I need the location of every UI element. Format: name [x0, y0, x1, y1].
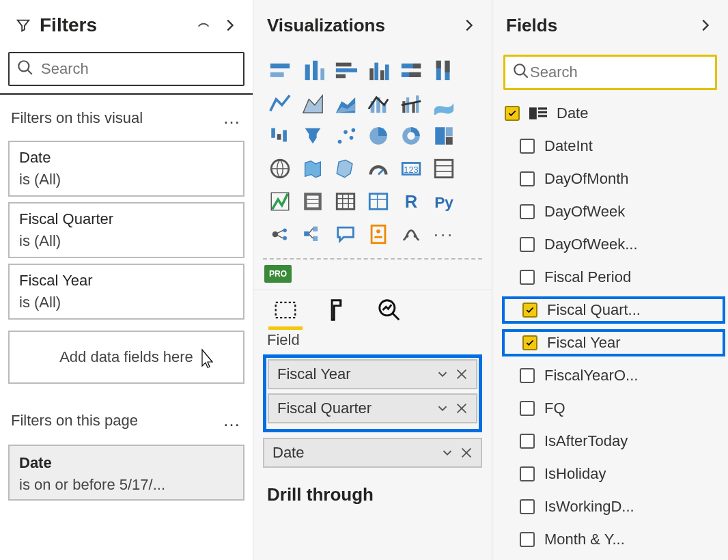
viz-type-line-stacked-column[interactable]	[364, 89, 393, 117]
filters-search[interactable]	[8, 52, 244, 86]
viz-type-arcgis[interactable]	[397, 220, 425, 249]
viz-type-waterfall[interactable]	[266, 122, 294, 150]
field-row[interactable]: IsWorkingD...	[502, 493, 725, 520]
viz-type-qna[interactable]	[331, 220, 360, 249]
checkbox-icon[interactable]	[520, 171, 535, 186]
checkbox-checked-icon[interactable]	[505, 106, 520, 121]
viz-type-map[interactable]	[266, 154, 294, 183]
svg-point-73	[376, 229, 380, 234]
drill-through-header: Drill through	[253, 472, 492, 508]
section-menu-icon[interactable]: …	[223, 410, 242, 431]
collapse-icon[interactable]	[459, 16, 478, 35]
close-icon[interactable]	[459, 445, 474, 460]
checkbox-icon[interactable]	[520, 270, 535, 285]
viz-type-line-clustered-column[interactable]	[397, 89, 425, 117]
add-filter-well[interactable]: Add data fields here	[8, 331, 244, 384]
checkbox-icon[interactable]	[520, 401, 535, 416]
viz-type-donut[interactable]	[397, 122, 425, 150]
checkbox-icon[interactable]	[520, 434, 535, 449]
filter-state: is (All)	[19, 232, 234, 250]
viz-type-stacked-area[interactable]	[331, 89, 360, 117]
viz-type-more[interactable]: ···	[430, 220, 458, 249]
field-row[interactable]: Fiscal Period	[502, 264, 725, 291]
checkbox-checked-icon[interactable]	[522, 335, 537, 350]
chevron-down-icon[interactable]	[440, 445, 455, 460]
viz-type-r-visual[interactable]: R	[397, 187, 425, 216]
field-well[interactable]: Fiscal Year	[268, 359, 477, 389]
viz-type-stacked-column[interactable]	[298, 56, 327, 85]
add-filter-label: Add data fields here	[59, 348, 193, 365]
viz-type-clustered-column[interactable]	[364, 56, 393, 85]
viz-type-decomposition[interactable]	[298, 220, 327, 249]
field-row[interactable]: DayOfMonth	[502, 165, 725, 193]
analytics-tab-icon[interactable]	[376, 297, 402, 323]
viz-type-pie[interactable]	[364, 122, 393, 150]
checkbox-icon[interactable]	[520, 204, 535, 219]
svg-rect-5	[320, 68, 324, 80]
pro-visuals-row[interactable]: PRO	[253, 260, 492, 290]
chevron-down-icon[interactable]	[435, 401, 450, 416]
viz-type-scatter[interactable]	[331, 122, 360, 150]
checkbox-icon[interactable]	[520, 499, 535, 514]
fields-search[interactable]	[503, 55, 717, 90]
viz-type-matrix[interactable]	[364, 187, 393, 216]
field-row[interactable]: DayOfWeek	[502, 198, 725, 225]
close-icon[interactable]	[454, 367, 469, 382]
viz-type-card[interactable]: 123	[397, 154, 425, 183]
viz-type-clustered-bar[interactable]	[331, 56, 360, 85]
checkbox-icon[interactable]	[520, 532, 535, 547]
viz-type-ribbon[interactable]	[430, 89, 458, 117]
field-row[interactable]: Fiscal Quart...	[502, 296, 725, 324]
viz-type-stacked-bar[interactable]	[266, 56, 294, 85]
chevron-down-icon[interactable]	[435, 367, 450, 382]
field-row[interactable]: Fiscal Year	[502, 329, 725, 356]
filter-card[interactable]: Date is (All)	[8, 141, 244, 197]
checkbox-icon[interactable]	[520, 139, 535, 154]
field-row[interactable]: IsHoliday	[502, 460, 725, 488]
format-tab-icon[interactable]	[324, 297, 350, 323]
preview-icon[interactable]	[194, 16, 213, 35]
field-row[interactable]: DayOfWeek...	[502, 231, 725, 258]
well-name: Fiscal Quarter	[277, 400, 372, 417]
viz-type-py-visual[interactable]: Py	[430, 187, 458, 216]
filter-card[interactable]: Fiscal Year is (All)	[8, 264, 244, 320]
field-row[interactable]: FQ	[502, 395, 725, 422]
field-row[interactable]: Month & Y...	[502, 526, 725, 553]
viz-type-paginated[interactable]	[364, 220, 393, 249]
checkbox-icon[interactable]	[520, 368, 535, 383]
viz-type-area[interactable]	[298, 89, 327, 117]
checkbox-icon[interactable]	[520, 466, 535, 481]
viz-type-funnel[interactable]	[298, 122, 327, 150]
field-row[interactable]: DateInt	[502, 132, 725, 160]
viz-type-slicer[interactable]	[298, 187, 327, 216]
field-well[interactable]: Date	[263, 438, 482, 468]
checkbox-icon[interactable]	[520, 237, 535, 252]
collapse-icon[interactable]	[695, 16, 714, 35]
viz-type-line[interactable]	[266, 89, 294, 117]
viz-type-treemap[interactable]	[430, 122, 458, 150]
viz-type-table[interactable]	[331, 187, 360, 216]
viz-type-filled-map[interactable]	[298, 154, 327, 183]
field-well[interactable]: Fiscal Quarter	[268, 393, 477, 423]
fields-search-input[interactable]	[530, 64, 718, 81]
page-filter-card[interactable]: Date is on or before 5/17/...	[8, 445, 244, 501]
table-row[interactable]: Date	[502, 100, 725, 127]
collapse-icon[interactable]	[220, 16, 239, 35]
search-icon	[512, 62, 530, 83]
viz-type-100-stacked-column[interactable]	[430, 56, 458, 85]
viz-type-multi-row-card[interactable]	[430, 154, 458, 183]
close-icon[interactable]	[454, 401, 469, 416]
field-row[interactable]: FiscalYearO...	[502, 362, 725, 389]
section-menu-icon[interactable]: …	[223, 107, 242, 128]
checkbox-checked-icon[interactable]	[522, 303, 537, 318]
viz-type-shape-map[interactable]	[331, 154, 360, 183]
viz-type-key-influencers[interactable]	[266, 220, 294, 249]
filters-visual-section: Filters on this visual …	[0, 104, 253, 135]
fields-tab-icon[interactable]	[272, 297, 298, 323]
viz-type-100-stacked-bar[interactable]	[397, 56, 425, 85]
viz-type-kpi[interactable]	[266, 187, 294, 216]
field-row[interactable]: IsAfterToday	[502, 428, 725, 455]
viz-type-gauge[interactable]	[364, 154, 393, 183]
filter-card[interactable]: Fiscal Quarter is (All)	[8, 202, 244, 258]
filters-search-input[interactable]	[41, 60, 236, 78]
